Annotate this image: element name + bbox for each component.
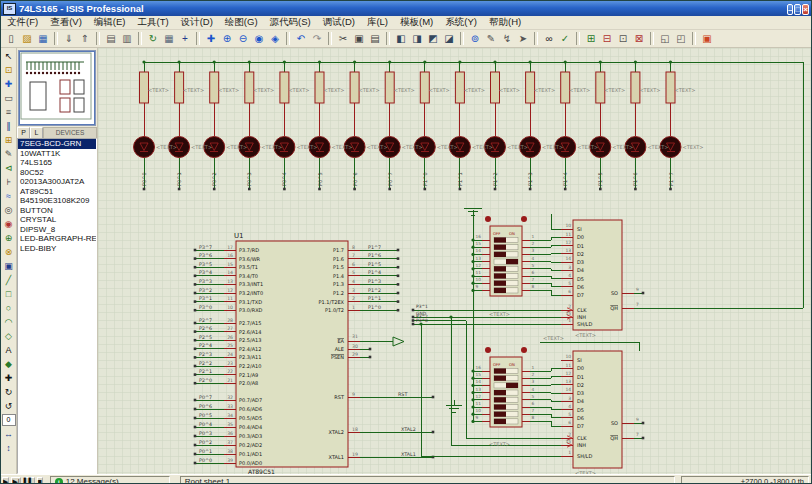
rotate-ccw-button-icon[interactable]: ↺ <box>2 399 15 413</box>
block-move-icon[interactable]: ◨ <box>409 31 425 46</box>
dip-handle[interactable] <box>494 237 506 242</box>
new-file-icon[interactable]: ▯ <box>3 31 19 46</box>
menu-system[interactable]: 系统(Y) <box>439 16 483 29</box>
block-rotate-icon[interactable]: ◩ <box>425 31 441 46</box>
open-design-icon[interactable]: ▨ <box>19 31 35 46</box>
overview-preview[interactable] <box>19 51 95 125</box>
zoom-all-icon[interactable]: ◉ <box>251 31 267 46</box>
dip-handle[interactable] <box>494 419 506 424</box>
make-device-icon[interactable]: ✎ <box>483 31 499 46</box>
bus-tool-icon[interactable]: ∥ <box>2 119 15 133</box>
design-explorer-icon[interactable]: ⊠ <box>631 31 647 46</box>
save-design-icon[interactable]: ▦ <box>35 31 51 46</box>
device-item[interactable]: 74LS165 <box>18 158 96 168</box>
device-item[interactable]: 02013A300JAT2A <box>18 177 96 187</box>
shift-register-2[interactable] <box>567 351 622 468</box>
2d-circle-tool-icon[interactable]: ○ <box>2 301 15 315</box>
selection-tool-icon[interactable]: ↖ <box>2 49 15 63</box>
copy-icon[interactable]: ▣ <box>351 31 367 46</box>
close-button[interactable]: × <box>802 4 809 15</box>
new-sheet-icon[interactable]: ⊞ <box>583 31 599 46</box>
stop-button[interactable]: ■ <box>37 477 43 484</box>
2d-arc-tool-icon[interactable]: ◠ <box>2 315 15 329</box>
voltage-probe-tool-icon[interactable]: ⊕ <box>2 231 15 245</box>
current-probe-tool-icon[interactable]: ⊗ <box>2 245 15 259</box>
block-copy-icon[interactable]: ◧ <box>393 31 409 46</box>
dip-switch-2[interactable] <box>485 347 527 427</box>
print-icon[interactable]: ▤ <box>103 31 119 46</box>
mirror-h-button[interactable]: ↔ <box>2 427 15 441</box>
pick-parts-button[interactable]: P <box>17 127 30 139</box>
menu-template[interactable]: 模板(M) <box>394 16 439 29</box>
schematic-canvas[interactable]: <TEXT><TEXT>P0^0<TEXT><TEXT>P0^1<TEXT><T… <box>98 48 811 474</box>
dip-handle[interactable] <box>494 404 506 409</box>
title-bar[interactable]: IS 74LS165 - ISIS Professional –□× <box>1 1 811 16</box>
device-item[interactable]: CRYSTAL <box>18 215 96 225</box>
2d-text-tool-icon[interactable]: A <box>2 343 15 357</box>
step-button[interactable]: ▶| <box>11 477 20 484</box>
electrical-check-icon[interactable]: ◰ <box>673 31 689 46</box>
mark-print-area-icon[interactable]: ▥ <box>119 31 135 46</box>
tape-recorder-tool-icon[interactable]: ◎ <box>2 203 15 217</box>
dip-handle[interactable] <box>506 383 518 388</box>
menu-debug[interactable]: 调试(D) <box>317 16 361 29</box>
device-item[interactable]: B45190E3108K209 <box>18 196 96 206</box>
2d-symbol-tool-icon[interactable]: ◆ <box>2 357 15 371</box>
menu-design[interactable]: 设计(D) <box>175 16 219 29</box>
cut-icon[interactable]: ✂ <box>335 31 351 46</box>
marker-tool-icon[interactable]: ✚ <box>2 371 15 385</box>
bill-of-materials-icon[interactable]: ◱ <box>657 31 673 46</box>
led[interactable] <box>134 137 155 158</box>
device-item[interactable]: LED-BIBY <box>18 244 96 254</box>
import-section-icon[interactable]: ⇓ <box>61 31 77 46</box>
redo-icon[interactable]: ↷ <box>309 31 325 46</box>
dip-switch-1[interactable] <box>485 216 527 296</box>
zoom-in-icon[interactable]: ⊕ <box>219 31 235 46</box>
find-component-icon[interactable]: ∞ <box>541 31 557 46</box>
shift-register-1[interactable] <box>567 220 622 330</box>
subcircuit-tool-icon[interactable]: ⊞ <box>2 133 15 147</box>
led-body[interactable] <box>134 137 155 158</box>
remove-sheet-icon[interactable]: ⊟ <box>599 31 615 46</box>
rotate-cw-button-icon[interactable]: ↻ <box>2 385 15 399</box>
device-item[interactable]: LED-BARGRAPH-RED <box>18 234 96 244</box>
menu-help[interactable]: 帮助(H) <box>483 16 527 29</box>
device-item[interactable]: 7SEG-BCD-GRN <box>18 139 96 149</box>
play-button[interactable]: ▶ <box>2 477 9 484</box>
dip-handle[interactable] <box>494 397 506 402</box>
undo-icon[interactable]: ↶ <box>293 31 309 46</box>
zoom-out-icon[interactable]: ⊖ <box>235 31 251 46</box>
text-script-tool-icon[interactable]: ≡ <box>2 105 15 119</box>
menu-graph[interactable]: 绘图(G) <box>219 16 264 29</box>
instrument-tool-icon[interactable]: ▣ <box>2 259 15 273</box>
netlist-to-ares-icon[interactable]: ▣ <box>699 31 715 46</box>
pick-device-icon[interactable]: ⊚ <box>467 31 483 46</box>
2d-box-tool-icon[interactable]: □ <box>2 287 15 301</box>
device-pin-tool-icon[interactable]: ⊦ <box>2 175 15 189</box>
packaging-tool-icon[interactable]: ↯ <box>499 31 515 46</box>
dip-handle[interactable] <box>494 412 506 417</box>
device-item[interactable]: BUTTON <box>18 206 96 216</box>
device-item[interactable]: 10WATT1K <box>18 149 96 159</box>
zoom-area-icon[interactable]: ◈ <box>267 31 283 46</box>
menu-file[interactable]: 文件(F) <box>1 16 44 29</box>
property-assignment-icon[interactable]: ✓ <box>557 31 573 46</box>
menu-edit[interactable]: 编辑(E) <box>88 16 132 29</box>
export-section-icon[interactable]: ⇑ <box>77 31 93 46</box>
2d-path-tool-icon[interactable]: ◇ <box>2 329 15 343</box>
block-delete-icon[interactable]: ◪ <box>441 31 457 46</box>
component-tool-icon[interactable]: ⊡ <box>2 63 15 77</box>
terminal-tool-icon[interactable]: ⊲ <box>2 161 15 175</box>
wire-label-tool-icon[interactable]: ▭ <box>2 91 15 105</box>
dip-handle[interactable] <box>494 273 506 278</box>
maximize-button[interactable]: □ <box>794 4 801 15</box>
menu-library[interactable]: 库(L) <box>361 16 394 29</box>
mirror-v-button[interactable]: ↕ <box>2 441 15 455</box>
dip-handle[interactable] <box>494 288 506 293</box>
minimize-button[interactable]: – <box>787 4 793 15</box>
goto-sheet-icon[interactable]: ⊡ <box>615 31 631 46</box>
paste-icon[interactable]: ▤ <box>367 31 383 46</box>
menu-tools[interactable]: 工具(T) <box>131 16 174 29</box>
2d-line-tool-icon[interactable]: ╱ <box>2 273 15 287</box>
menu-view[interactable]: 查看(V) <box>44 16 88 29</box>
